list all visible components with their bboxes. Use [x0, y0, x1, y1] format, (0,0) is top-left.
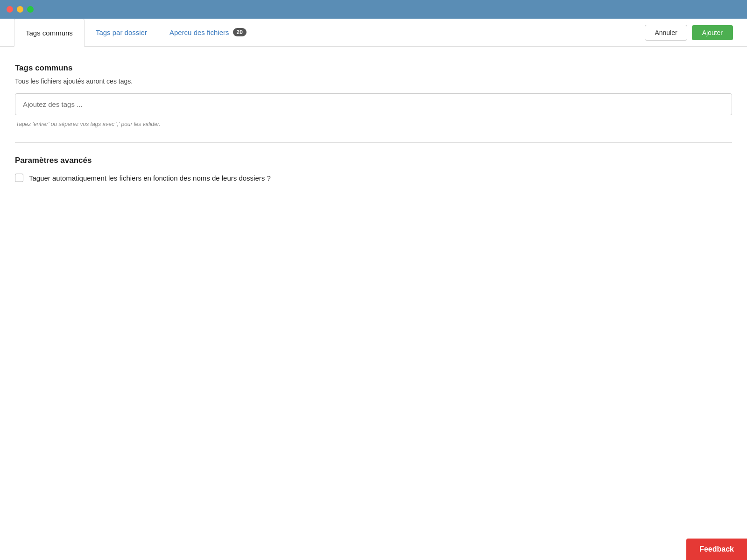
section-divider	[15, 142, 732, 143]
tags-input-wrapper[interactable]	[15, 93, 732, 115]
close-button[interactable]	[7, 6, 13, 13]
main-content: Tags communs Tous les fichiers ajoutés a…	[0, 47, 747, 199]
add-button[interactable]: Ajouter	[692, 25, 733, 40]
header-actions: Annuler Ajouter	[645, 19, 733, 46]
titlebar	[0, 0, 747, 19]
feedback-button[interactable]: Feedback	[686, 539, 747, 560]
advanced-section: Paramètres avancés Taguer automatiquemen…	[15, 156, 732, 182]
auto-tag-label: Taguer automatiquement les fichiers en f…	[29, 174, 271, 182]
advanced-section-title: Paramètres avancés	[15, 156, 732, 165]
tab-apercu-fichiers[interactable]: Apercu des fichiers 20	[158, 19, 258, 47]
tab-tags-par-dossier[interactable]: Tags par dossier	[85, 19, 158, 47]
tags-hint: Tapez 'entrer' ou séparez vos tags avec …	[15, 119, 732, 129]
checkbox-row: Taguer automatiquement les fichiers en f…	[15, 174, 732, 182]
tab-tags-communs[interactable]: Tags communs	[14, 19, 85, 47]
tags-communs-title: Tags communs	[15, 63, 732, 73]
apercu-badge: 20	[233, 28, 247, 36]
tags-input[interactable]	[15, 94, 732, 115]
maximize-button[interactable]	[27, 6, 34, 13]
tab-tags-communs-label: Tags communs	[26, 29, 73, 37]
tags-communs-subtitle: Tous les fichiers ajoutés auront ces tag…	[15, 77, 732, 85]
tab-apercu-fichiers-label: Apercu des fichiers	[169, 28, 229, 36]
cancel-button[interactable]: Annuler	[645, 25, 687, 41]
header-nav: Tags communs Tags par dossier Apercu des…	[0, 19, 747, 47]
tags-communs-section: Tags communs Tous les fichiers ajoutés a…	[15, 63, 732, 129]
nav-tabs: Tags communs Tags par dossier Apercu des…	[14, 19, 258, 46]
auto-tag-checkbox[interactable]	[15, 174, 23, 182]
tab-tags-par-dossier-label: Tags par dossier	[96, 28, 147, 36]
minimize-button[interactable]	[17, 6, 23, 13]
